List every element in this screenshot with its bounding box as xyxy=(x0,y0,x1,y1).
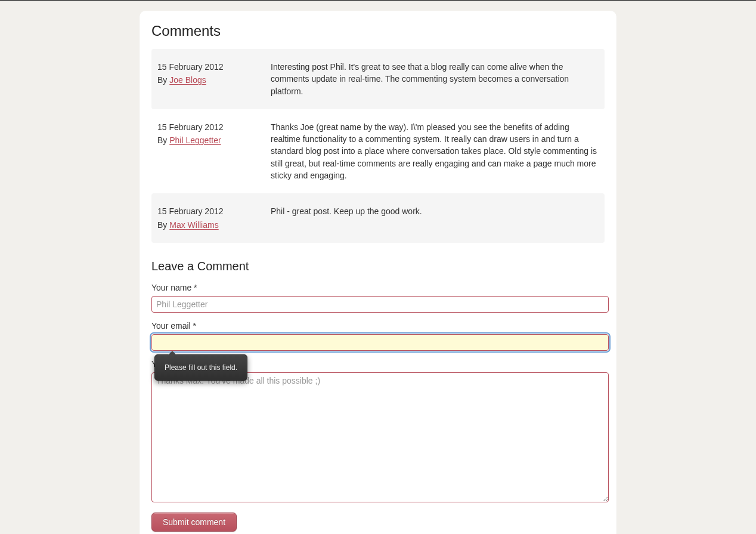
by-prefix: By xyxy=(157,135,169,145)
leave-comment-title: Leave a Comment xyxy=(151,260,605,273)
spacer xyxy=(151,532,605,534)
comment-item: 15 February 2012 By Phil Leggetter Thank… xyxy=(151,109,605,193)
comments-list: 15 February 2012 By Joe Blogs Interestin… xyxy=(151,49,605,243)
content-card: Comments 15 February 2012 By Joe Blogs I… xyxy=(140,11,616,534)
comment-item: 15 February 2012 By Max Williams Phil - … xyxy=(151,193,605,243)
comment-body: Phil - great post. Keep up the good work… xyxy=(271,205,599,231)
comment-date: 15 February 2012 xyxy=(157,121,271,133)
comment-meta: 15 February 2012 By Phil Leggetter xyxy=(157,121,271,181)
comment-date: 15 February 2012 xyxy=(157,205,271,217)
comment-item: 15 February 2012 By Joe Blogs Interestin… xyxy=(151,49,605,109)
name-label: Your name * xyxy=(151,283,605,292)
by-prefix: By xyxy=(157,75,169,85)
comment-byline: By Phil Leggetter xyxy=(157,134,271,146)
comment-author-link[interactable]: Max Williams xyxy=(169,220,218,230)
comment-body: Interesting post Phil. It's great to see… xyxy=(271,61,599,97)
comment-meta: 15 February 2012 By Max Williams xyxy=(157,205,271,231)
comment-byline: By Joe Blogs xyxy=(157,74,271,86)
comment-textarea[interactable] xyxy=(151,372,609,502)
name-input[interactable] xyxy=(151,296,609,313)
comments-title: Comments xyxy=(151,23,605,39)
comment-form: Your name * Your email * Please fill out… xyxy=(151,283,605,532)
by-prefix: By xyxy=(157,220,169,230)
form-group-email: Your email * Please fill out this field. xyxy=(151,321,605,351)
form-group-comment: Your comment * xyxy=(151,359,605,504)
validation-tooltip: Please fill out this field. xyxy=(154,354,247,381)
submit-comment-button[interactable]: Submit comment xyxy=(151,513,237,532)
form-group-name: Your name * xyxy=(151,283,605,313)
page-outer: Comments 15 February 2012 By Joe Blogs I… xyxy=(0,1,756,534)
email-input[interactable] xyxy=(151,334,609,351)
comment-date: 15 February 2012 xyxy=(157,61,271,73)
comment-author-link[interactable]: Joe Blogs xyxy=(169,75,206,85)
comment-byline: By Max Williams xyxy=(157,219,271,231)
comment-meta: 15 February 2012 By Joe Blogs xyxy=(157,61,271,97)
comment-body: Thanks Joe (great name by the way). I\'m… xyxy=(271,121,599,181)
comment-author-link[interactable]: Phil Leggetter xyxy=(169,135,221,145)
email-label: Your email * xyxy=(151,321,605,331)
